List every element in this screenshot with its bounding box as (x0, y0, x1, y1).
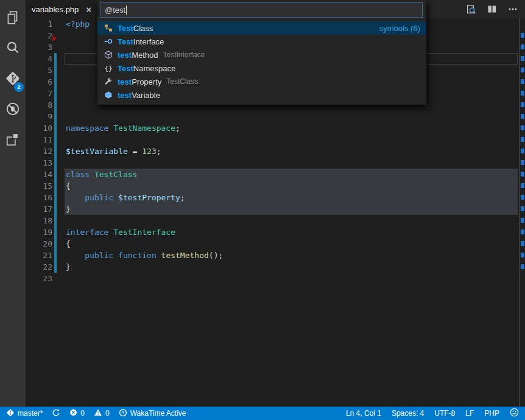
more-actions-icon[interactable] (508, 4, 518, 14)
warning-count: 0 (105, 409, 110, 418)
source-control-badge: 2 (14, 82, 24, 92)
modified-line-mark (521, 91, 524, 96)
line-number: 18 (26, 215, 52, 226)
code-token: public (85, 251, 118, 260)
sync-item[interactable] (52, 408, 60, 419)
git-branch-item[interactable]: master* (6, 408, 43, 419)
close-icon[interactable]: × (86, 5, 91, 14)
code-token: $testVariable (66, 147, 128, 156)
wakatime-item[interactable]: WakaTime Active (119, 408, 186, 419)
quickopen-input[interactable]: @test (100, 2, 423, 18)
language-mode-label: PHP (484, 409, 499, 418)
symbol-label: TestClass (118, 24, 153, 33)
modified-line-mark (521, 68, 524, 72)
line-number: 22 (26, 261, 52, 273)
overview-ruler[interactable] (519, 18, 525, 407)
clock-icon (119, 408, 127, 419)
feedback-item[interactable] (510, 408, 519, 419)
modified-line-mark (521, 253, 524, 257)
line-number: 10 (26, 122, 52, 134)
status-bar: master* 0 0 WakaTime Active Ln 4, Col 1 … (0, 407, 525, 420)
modified-line-mark (521, 195, 524, 200)
code-line[interactable]: { (66, 180, 518, 192)
line-number: 5 (26, 65, 52, 76)
tab-variables-php[interactable]: variables.php × (26, 0, 97, 18)
quickopen-item[interactable]: TestInterface (97, 35, 426, 48)
symbol-detail: TestInterface (163, 51, 205, 59)
warnings-item[interactable]: 0 (94, 408, 110, 418)
code-line[interactable] (66, 273, 518, 284)
smiley-icon (510, 408, 519, 419)
modified-line-mark (521, 218, 524, 223)
error-icon (69, 408, 77, 418)
quickopen-item[interactable]: {} TestNamespace (97, 61, 426, 75)
symbol-label: testVariable (118, 91, 160, 100)
modified-line-mark (521, 241, 524, 246)
indentation-item[interactable]: Spaces: 4 (392, 409, 424, 418)
line-number: 4 (26, 53, 52, 65)
indentation-label: Spaces: 4 (392, 409, 424, 418)
modified-line-mark (521, 137, 524, 142)
encoding-item[interactable]: UTF-8 (434, 409, 455, 418)
code-token: ; (157, 147, 161, 156)
modified-line-mark (521, 229, 524, 234)
code-line[interactable]: interface TestInterface (66, 226, 518, 238)
sidebar-item-explorer[interactable] (0, 4, 26, 34)
git-modified-bar (54, 53, 57, 273)
line-number: 1 (26, 18, 52, 30)
code-token: $testProperty (118, 193, 180, 202)
namespace-icon: {} (104, 63, 113, 73)
code-line[interactable]: } (66, 261, 518, 273)
line-number: 16 (26, 192, 52, 203)
sidebar-item-source-control[interactable]: 2 (0, 65, 26, 95)
wakatime-label: WakaTime Active (130, 409, 186, 418)
code-line[interactable] (66, 111, 518, 122)
quickopen-item[interactable]: TestClass symbols (6) (97, 21, 426, 35)
warning-icon (94, 408, 102, 418)
sidebar-item-debug[interactable] (0, 95, 26, 125)
symbol-label: testProperty (118, 77, 161, 86)
code-line[interactable]: public $testProperty; (66, 192, 518, 203)
quickopen-item[interactable]: testMethod TestInterface (97, 48, 426, 61)
code-line[interactable] (66, 215, 518, 226)
symbol-detail: TestClass (166, 77, 198, 86)
code-line[interactable]: class TestClass (66, 169, 518, 180)
code-line[interactable]: { (66, 238, 518, 250)
code-token: testMethod (161, 251, 209, 260)
line-number: 21 (26, 250, 52, 261)
editor-actions (466, 0, 525, 18)
code-line[interactable]: $testVariable = 123; (66, 145, 518, 157)
language-mode-item[interactable]: PHP (484, 409, 499, 418)
tab-label: variables.php (32, 5, 79, 14)
code-line[interactable] (66, 134, 518, 145)
code-token: } (66, 262, 71, 271)
modified-line-mark (521, 114, 524, 119)
code-token: } (66, 205, 71, 214)
quickopen-item[interactable]: testProperty TestClass (97, 75, 426, 88)
git-branch-icon (6, 408, 15, 419)
symbol-label: TestInterface (118, 37, 164, 46)
quickopen-item[interactable]: testVariable (97, 88, 426, 102)
line-number: 6 (26, 76, 52, 88)
modified-line-mark (521, 102, 524, 107)
line-number: 7 (26, 88, 52, 99)
line-number: 17 (26, 203, 52, 215)
code-line[interactable]: public function testMethod(); (66, 250, 518, 261)
error-count: 0 (80, 409, 85, 418)
errors-item[interactable]: 0 (69, 408, 85, 418)
eol-item[interactable]: LF (465, 409, 474, 418)
code-line[interactable] (66, 157, 518, 169)
code-token: public (85, 193, 118, 202)
document-search-icon[interactable] (466, 4, 476, 15)
eol-label: LF (465, 409, 474, 418)
code-line[interactable]: namespace TestNamespace; (66, 122, 518, 134)
code-token: TestInterface (113, 228, 175, 237)
sidebar-item-search[interactable] (0, 34, 26, 65)
property-icon (104, 77, 113, 86)
cursor-position-item[interactable]: Ln 4, Col 1 (346, 409, 381, 418)
sidebar-item-extensions[interactable] (0, 125, 26, 156)
code-line[interactable]: } (66, 203, 518, 215)
line-number: 8 (26, 99, 52, 111)
split-editor-icon[interactable] (487, 4, 497, 14)
quick-open-widget: @test TestClass symbols (6) TestInterfac… (97, 0, 426, 105)
